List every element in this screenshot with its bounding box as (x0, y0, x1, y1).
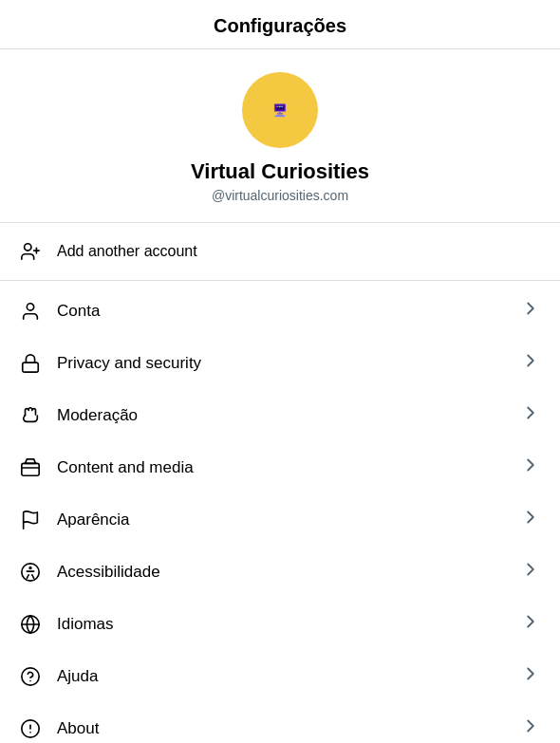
svg-rect-21 (23, 362, 39, 372)
svg-rect-12 (276, 116, 277, 117)
svg-point-25 (22, 563, 39, 580)
avatar (242, 72, 318, 148)
menu-item-label-moderacao: Moderação (57, 406, 505, 425)
menu-item-privacy[interactable]: Privacy and security (0, 337, 560, 389)
add-account-section: Add another account (0, 223, 560, 281)
menu-item-idiomas[interactable]: Idiomas (0, 598, 560, 650)
menu-item-moderacao[interactable]: Moderação (0, 389, 560, 441)
media-icon (19, 456, 42, 479)
add-account-label: Add another account (57, 243, 197, 260)
add-account-button[interactable]: Add another account (0, 227, 560, 276)
menu-item-label-about: About (57, 719, 505, 738)
chevron-right-icon (520, 559, 541, 585)
accessibility-icon (19, 561, 42, 584)
page-title: Configurações (19, 15, 541, 37)
svg-rect-8 (279, 112, 281, 114)
appearance-icon (19, 509, 42, 531)
profile-section: Virtual Curiosities @virtualcuriosities.… (0, 49, 560, 223)
svg-point-20 (27, 303, 33, 309)
menu-item-ajuda[interactable]: Ajuda (0, 650, 560, 702)
add-account-icon (19, 240, 42, 263)
menu-item-content[interactable]: Content and media (0, 441, 560, 493)
menu-item-label-privacy: Privacy and security (57, 354, 505, 373)
avatar-image (270, 100, 290, 121)
person-icon (19, 300, 42, 323)
chevron-right-icon (520, 611, 541, 637)
help-icon (19, 665, 42, 688)
menu-section: ContaPrivacy and securityModeraçãoConten… (0, 281, 560, 743)
menu-item-about[interactable]: About (0, 702, 560, 743)
chevron-right-icon (520, 298, 541, 324)
menu-item-conta[interactable]: Conta (0, 285, 560, 337)
svg-point-26 (29, 567, 31, 568)
hand-icon (19, 404, 42, 427)
svg-rect-16 (282, 116, 283, 117)
menu-item-acessibilidade[interactable]: Acessibilidade (0, 546, 560, 598)
menu-item-label-aparencia: Aparência (57, 511, 505, 529)
page-header: Configurações (0, 0, 560, 49)
chevron-right-icon (520, 663, 541, 689)
menu-item-label-conta: Conta (57, 302, 505, 321)
menu-item-label-ajuda: Ajuda (57, 667, 505, 686)
svg-rect-5 (276, 106, 278, 107)
svg-rect-13 (277, 116, 278, 117)
svg-rect-15 (280, 116, 281, 117)
svg-rect-6 (279, 106, 281, 107)
profile-name: Virtual Curiosities (191, 159, 369, 184)
svg-rect-7 (281, 106, 283, 107)
globe-icon (19, 613, 42, 636)
menu-item-aparencia[interactable]: Aparência (0, 493, 560, 546)
info-icon (19, 717, 42, 740)
svg-rect-22 (22, 463, 39, 475)
menu-item-label-acessibilidade: Acessibilidade (57, 563, 505, 582)
svg-rect-9 (277, 113, 283, 114)
chevron-right-icon (520, 507, 541, 532)
chevron-right-icon (520, 350, 541, 376)
svg-point-17 (25, 244, 31, 251)
menu-item-label-content: Content and media (57, 458, 505, 477)
svg-point-29 (22, 667, 39, 684)
chevron-right-icon (520, 715, 541, 741)
svg-rect-14 (279, 116, 280, 117)
profile-handle: @virtualcuriosities.com (212, 188, 348, 203)
chevron-right-icon (520, 455, 541, 480)
menu-item-label-idiomas: Idiomas (57, 615, 505, 634)
chevron-right-icon (520, 402, 541, 428)
lock-icon (19, 352, 42, 375)
